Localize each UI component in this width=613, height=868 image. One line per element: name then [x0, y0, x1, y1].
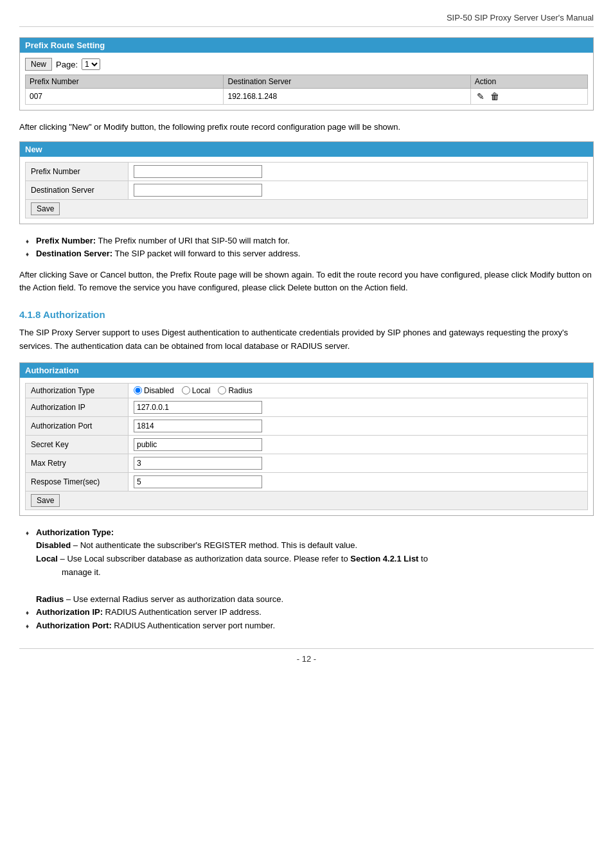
- field-max-retry-cell: [129, 454, 588, 472]
- bullet-list-1: Prefix Number: The Prefix number of URI …: [19, 235, 594, 261]
- label-auth-ip: Authorization IP: [26, 398, 129, 416]
- prefix-number-input[interactable]: [134, 165, 262, 178]
- page-number: - 12 -: [297, 654, 316, 664]
- cell-destination: 192.168.1.248: [224, 89, 470, 105]
- secret-key-input[interactable]: [134, 438, 262, 451]
- label-max-retry: Max Retry: [26, 454, 129, 472]
- auth-row-respose: Respose Timer(sec): [26, 472, 588, 491]
- field-auth-ip-cell: [129, 398, 588, 416]
- auth-save-button[interactable]: Save: [31, 494, 60, 507]
- label-respose-timer: Respose Timer(sec): [26, 472, 129, 491]
- new-save-button[interactable]: Save: [31, 202, 60, 215]
- edit-icon[interactable]: ✎: [475, 91, 486, 102]
- radio-text-disabled: Disabled: [144, 386, 174, 395]
- label-secret-key: Secret Key: [26, 435, 129, 454]
- auth-type-local-desc: Local – Use Local subscriber database as…: [36, 554, 428, 563]
- auth-section-heading: 4.1.8 Authorization: [19, 309, 594, 320]
- auth-row-type: Authorization Type Disabled Local: [26, 383, 588, 398]
- authorization-panel-header: Authorization: [20, 363, 593, 378]
- body-text-1: After clicking "New" or Modify button, t…: [19, 121, 594, 134]
- section-ref: Section 4.2.1 List: [350, 554, 418, 563]
- bullet-term-auth-port: Authorization Port:: [36, 621, 112, 630]
- bullet-auth-type: Authorization Type: Disabled – Not authe…: [26, 526, 594, 607]
- bullet-auth-port: Authorization Port: RADIUS Authenticatio…: [26, 619, 594, 633]
- prefix-route-table: Prefix Number Destination Server Action …: [25, 75, 588, 105]
- radio-text-radius: Radius: [228, 386, 252, 395]
- action-icons: ✎ 🗑: [475, 91, 583, 102]
- label-auth-port: Authorization Port: [26, 416, 129, 435]
- field-auth-port-cell: [129, 416, 588, 435]
- field-secret-key-cell: [129, 435, 588, 454]
- bullet-term-auth-ip: Authorization IP:: [36, 607, 103, 617]
- field-respose-timer-cell: [129, 472, 588, 491]
- label-prefix-number: Prefix Number: [26, 162, 129, 181]
- field-destination-server-cell: [129, 181, 588, 199]
- radio-text-local: Local: [192, 386, 211, 395]
- auth-save-row-cell: Save: [26, 491, 588, 509]
- bullet-prefix-number: Prefix Number: The Prefix number of URI …: [26, 235, 594, 248]
- auth-type-disabled-desc: Disabled – Not authenticate the subscrib…: [36, 540, 357, 550]
- bullet-term-destination: Destination Server:: [36, 249, 112, 258]
- disabled-term: Disabled: [36, 540, 71, 550]
- auth-type-local-manage: manage it.: [36, 566, 594, 580]
- label-auth-type: Authorization Type: [26, 383, 129, 398]
- auth-type-radius-desc: Radius – Use external Radius server as a…: [36, 594, 283, 604]
- toolbar: New Page: 1: [25, 58, 588, 71]
- save-row-cell: Save: [26, 199, 588, 218]
- auth-save-row: Save: [26, 491, 588, 509]
- form-save-row: Save: [26, 199, 588, 218]
- auth-row-ip: Authorization IP: [26, 398, 588, 416]
- radio-label-radius[interactable]: Radius: [218, 386, 252, 395]
- field-prefix-number-cell: [129, 162, 588, 181]
- auth-intro: The SIP Proxy Server support to uses Dig…: [19, 326, 594, 353]
- new-form-table: Prefix Number Destination Server Save: [25, 162, 588, 218]
- new-panel-header: New: [20, 142, 593, 157]
- col-destination-server: Destination Server: [224, 75, 470, 89]
- bullet-list-2: Authorization Type: Disabled – Not authe…: [19, 526, 594, 633]
- radio-local[interactable]: [182, 386, 190, 394]
- page-footer: - 12 -: [19, 648, 594, 664]
- page-select[interactable]: 1: [82, 58, 100, 70]
- prefix-route-panel-header: Prefix Route Setting: [20, 38, 593, 53]
- field-auth-type-cell: Disabled Local Radius: [129, 383, 588, 398]
- authorization-panel: Authorization Authorization Type Disable…: [19, 362, 594, 516]
- new-button[interactable]: New: [25, 58, 52, 71]
- auth-row-maxretry: Max Retry: [26, 454, 588, 472]
- auth-row-port: Authorization Port: [26, 416, 588, 435]
- label-destination-server: Destination Server: [26, 181, 129, 199]
- form-row-destination: Destination Server: [26, 181, 588, 199]
- prefix-route-panel-body: New Page: 1 Prefix Number Destination Se…: [20, 53, 593, 110]
- new-panel: New Prefix Number Destination Server: [19, 141, 594, 224]
- table-header-row: Prefix Number Destination Server Action: [26, 75, 588, 89]
- bullet-term-prefix: Prefix Number:: [36, 236, 96, 245]
- delete-icon[interactable]: 🗑: [489, 91, 501, 102]
- page-header: SIP-50 SIP Proxy Server User's Manual: [19, 13, 594, 27]
- auth-port-input[interactable]: [134, 420, 262, 432]
- radio-label-local[interactable]: Local: [182, 386, 211, 395]
- max-retry-input[interactable]: [134, 457, 262, 470]
- page-label: Page:: [56, 60, 78, 69]
- auth-ip-input[interactable]: [134, 401, 262, 414]
- radius-term: Radius: [36, 594, 64, 604]
- bullet-term-auth-type: Authorization Type:: [36, 527, 114, 537]
- authorization-panel-body: Authorization Type Disabled Local: [20, 378, 593, 515]
- new-panel-body: Prefix Number Destination Server Save: [20, 157, 593, 224]
- col-prefix-number: Prefix Number: [26, 75, 224, 89]
- local-term: Local: [36, 554, 58, 563]
- form-row-prefix: Prefix Number: [26, 162, 588, 181]
- body-text-2: After clicking Save or Cancel button, th…: [19, 269, 594, 294]
- auth-row-secret: Secret Key: [26, 435, 588, 454]
- bullet-destination-server: Destination Server: The SIP packet will …: [26, 247, 594, 261]
- destination-server-input[interactable]: [134, 184, 262, 197]
- cell-prefix: 007: [26, 89, 224, 105]
- radio-disabled[interactable]: [134, 386, 142, 394]
- auth-form-table: Authorization Type Disabled Local: [25, 383, 588, 510]
- radio-label-disabled[interactable]: Disabled: [134, 386, 174, 395]
- bullet-auth-ip: Authorization IP: RADIUS Authentication …: [26, 606, 594, 619]
- manual-title: SIP-50 SIP Proxy Server User's Manual: [447, 13, 594, 22]
- respose-timer-input[interactable]: [134, 475, 262, 488]
- cell-action: ✎ 🗑: [470, 89, 587, 105]
- col-action: Action: [470, 75, 587, 89]
- table-row: 007 192.168.1.248 ✎ 🗑: [26, 89, 588, 105]
- radio-radius[interactable]: [218, 386, 226, 394]
